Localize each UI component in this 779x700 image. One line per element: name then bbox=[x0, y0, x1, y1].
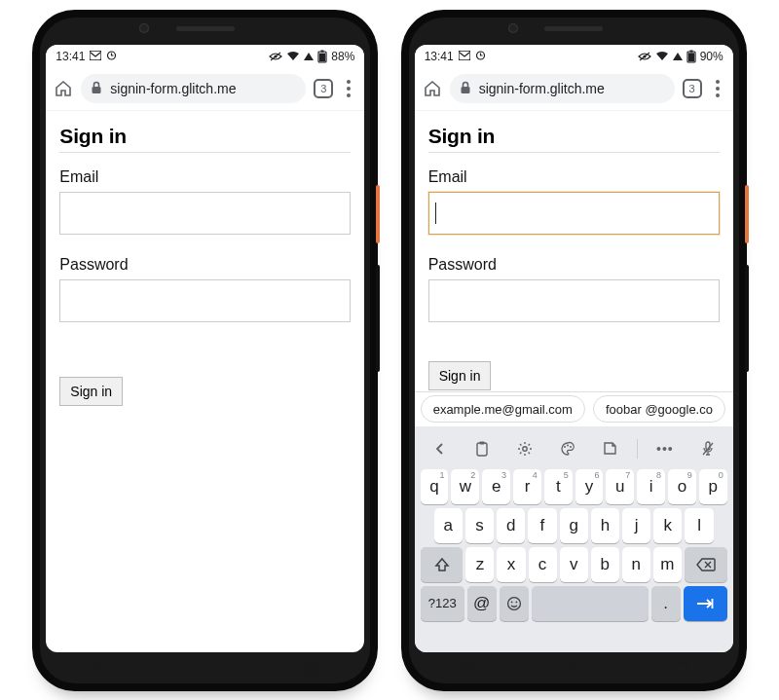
key-v[interactable]: v bbox=[560, 547, 588, 582]
autofill-strip: example.me@gmail.com foobar @google.co bbox=[415, 391, 733, 426]
nav-home-icon[interactable] bbox=[198, 660, 215, 678]
keyboard: ••• q1w2e3r4t5y6u7i8o9p0 asdfghjkl zxcvb… bbox=[415, 426, 733, 652]
key-y[interactable]: y6 bbox=[575, 469, 604, 504]
autofill-suggestion[interactable]: foobar @google.co bbox=[593, 395, 725, 423]
key-u[interactable]: u7 bbox=[606, 469, 634, 504]
cell-signal-icon bbox=[673, 53, 683, 60]
svg-point-23 bbox=[570, 446, 572, 448]
nav-recent-icon[interactable] bbox=[304, 661, 319, 677]
key-z[interactable]: z bbox=[465, 547, 494, 582]
page-content: Sign in Email Password Sign in bbox=[46, 111, 364, 652]
signin-button-label: Sign in bbox=[70, 384, 112, 399]
power-button[interactable] bbox=[745, 185, 749, 243]
svg-point-26 bbox=[507, 597, 520, 609]
key-s[interactable]: s bbox=[465, 508, 494, 543]
key-k[interactable]: k bbox=[653, 508, 682, 543]
key-t[interactable]: t5 bbox=[544, 469, 573, 504]
key-e[interactable]: e3 bbox=[482, 469, 510, 504]
key-l[interactable]: l bbox=[685, 508, 713, 543]
key-f[interactable]: f bbox=[528, 508, 556, 543]
divider bbox=[59, 152, 351, 153]
tab-count: 3 bbox=[320, 83, 326, 94]
tab-switcher[interactable]: 3 bbox=[314, 79, 333, 98]
status-bar: 13:41 88% bbox=[46, 45, 364, 68]
svg-rect-0 bbox=[90, 51, 101, 60]
chevron-left-icon[interactable] bbox=[425, 435, 456, 462]
key-m[interactable]: m bbox=[653, 547, 682, 582]
divider bbox=[637, 439, 638, 459]
symbols-key[interactable]: ?123 bbox=[421, 586, 464, 621]
mic-off-icon[interactable] bbox=[692, 435, 723, 462]
svg-rect-9 bbox=[306, 663, 317, 675]
signin-button[interactable]: Sign in bbox=[59, 377, 123, 406]
password-field[interactable] bbox=[428, 279, 720, 322]
home-icon[interactable] bbox=[423, 80, 442, 97]
emoji-key[interactable] bbox=[500, 586, 529, 621]
email-field[interactable] bbox=[59, 192, 351, 235]
gear-icon[interactable] bbox=[509, 435, 540, 462]
signin-button-label: Sign in bbox=[439, 368, 481, 384]
svg-rect-5 bbox=[321, 50, 324, 52]
clipboard-icon[interactable] bbox=[466, 435, 498, 462]
email-label: Email bbox=[428, 168, 720, 186]
volume-button[interactable] bbox=[745, 265, 749, 372]
phone-right: 13:41 90% bbox=[401, 10, 747, 691]
menu-icon[interactable] bbox=[710, 80, 725, 97]
nav-back-icon[interactable] bbox=[91, 660, 108, 678]
key-x[interactable]: x bbox=[497, 547, 525, 582]
palette-icon[interactable] bbox=[552, 435, 583, 462]
enter-key[interactable] bbox=[684, 586, 727, 621]
tab-switcher[interactable]: 3 bbox=[683, 79, 702, 98]
key-a[interactable]: a bbox=[434, 508, 463, 543]
url-text: signin-form.glitch.me bbox=[479, 81, 605, 96]
notification-message-icon bbox=[90, 50, 101, 63]
menu-icon[interactable] bbox=[341, 80, 356, 97]
at-key[interactable]: @ bbox=[467, 586, 497, 621]
sticker-icon[interactable] bbox=[594, 435, 625, 462]
email-label: Email bbox=[59, 168, 351, 186]
front-camera bbox=[139, 23, 149, 33]
key-b[interactable]: b bbox=[591, 547, 619, 582]
space-key[interactable] bbox=[532, 586, 649, 621]
home-icon[interactable] bbox=[54, 80, 73, 97]
nav-recent-icon[interactable] bbox=[673, 661, 688, 677]
key-p[interactable]: p0 bbox=[699, 469, 727, 504]
key-j[interactable]: j bbox=[622, 508, 650, 543]
keyboard-row-3: zxcvbnm bbox=[421, 547, 727, 582]
shift-key[interactable] bbox=[421, 547, 464, 582]
more-icon[interactable]: ••• bbox=[649, 435, 681, 462]
backspace-key[interactable] bbox=[685, 547, 727, 582]
battery-text: 90% bbox=[700, 50, 723, 63]
key-q[interactable]: q1 bbox=[421, 469, 449, 504]
earpiece bbox=[544, 26, 603, 31]
key-o[interactable]: o9 bbox=[668, 469, 696, 504]
password-field[interactable] bbox=[59, 279, 351, 322]
url-bar[interactable]: signin-form.glitch.me bbox=[450, 74, 675, 103]
key-superscript: 7 bbox=[625, 470, 630, 480]
key-h[interactable]: h bbox=[591, 508, 619, 543]
power-button[interactable] bbox=[376, 185, 380, 243]
nav-back-icon[interactable] bbox=[459, 660, 476, 678]
svg-rect-16 bbox=[688, 53, 694, 61]
key-r[interactable]: r4 bbox=[513, 469, 541, 504]
key-i[interactable]: i8 bbox=[637, 469, 665, 504]
autofill-suggestion[interactable]: example.me@gmail.com bbox=[421, 395, 585, 423]
url-bar[interactable]: signin-form.glitch.me bbox=[81, 74, 306, 103]
volume-button[interactable] bbox=[376, 265, 380, 372]
status-time: 13:41 bbox=[425, 50, 454, 63]
email-field[interactable] bbox=[428, 192, 720, 235]
svg-point-27 bbox=[510, 601, 512, 603]
key-c[interactable]: c bbox=[529, 547, 557, 582]
key-g[interactable]: g bbox=[560, 508, 588, 543]
signin-button[interactable]: Sign in bbox=[428, 361, 492, 390]
period-key[interactable]: . bbox=[651, 586, 681, 621]
key-w[interactable]: w2 bbox=[451, 469, 479, 504]
tab-count: 3 bbox=[689, 83, 695, 94]
svg-point-20 bbox=[523, 446, 527, 450]
key-n[interactable]: n bbox=[622, 547, 650, 582]
nav-home-icon[interactable] bbox=[566, 660, 583, 678]
eye-icon bbox=[269, 52, 282, 61]
symbols-key-label: ?123 bbox=[428, 596, 457, 610]
svg-point-21 bbox=[564, 446, 566, 448]
key-d[interactable]: d bbox=[497, 508, 525, 543]
